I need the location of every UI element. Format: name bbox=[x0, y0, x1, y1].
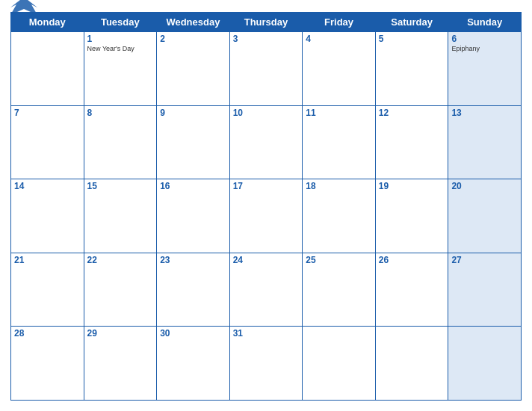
day-number: 13 bbox=[451, 108, 518, 118]
calendar-table: MondayTuesdayWednesdayThursdayFridaySatu… bbox=[10, 12, 522, 401]
calendar-cell: 7 bbox=[11, 105, 84, 179]
holiday-name: Epiphany bbox=[451, 45, 518, 52]
calendar-cell: 12 bbox=[375, 105, 448, 179]
calendar-cell: 5 bbox=[375, 32, 448, 106]
weekday-header-saturday: Saturday bbox=[375, 13, 448, 32]
weekday-header-row: MondayTuesdayWednesdayThursdayFridaySatu… bbox=[11, 13, 522, 32]
day-number: 31 bbox=[233, 328, 300, 339]
calendar-cell: 23 bbox=[157, 253, 230, 327]
week-row-4: 21222324252627 bbox=[11, 253, 522, 327]
day-number: 30 bbox=[160, 328, 226, 339]
calendar-cell: 24 bbox=[229, 253, 303, 327]
calendar-cell: 19 bbox=[375, 179, 448, 253]
day-number: 28 bbox=[14, 328, 81, 339]
day-number: 10 bbox=[233, 108, 300, 118]
day-number: 5 bbox=[379, 34, 445, 44]
calendar-cell: 2 bbox=[157, 32, 230, 106]
calendar-cell: 28 bbox=[11, 327, 84, 401]
svg-marker-0 bbox=[10, 0, 37, 15]
week-row-1: 1New Year's Day23456Epiphany bbox=[11, 32, 522, 106]
day-number: 12 bbox=[379, 108, 445, 118]
weekday-header-sunday: Sunday bbox=[448, 13, 522, 32]
calendar-cell: 30 bbox=[157, 327, 230, 401]
calendar-cell bbox=[375, 327, 448, 401]
calendar-cell: 13 bbox=[448, 105, 522, 179]
day-number: 15 bbox=[87, 181, 154, 191]
calendar-cell: 4 bbox=[303, 32, 376, 106]
calendar-cell: 26 bbox=[375, 253, 448, 327]
day-number: 9 bbox=[160, 108, 226, 118]
week-row-5: 28293031 bbox=[11, 327, 522, 401]
calendar-cell: 17 bbox=[229, 179, 303, 253]
day-number: 2 bbox=[160, 34, 226, 44]
logo-icon bbox=[10, 0, 37, 21]
day-number: 6 bbox=[451, 34, 518, 44]
day-number: 19 bbox=[379, 181, 445, 191]
calendar-cell bbox=[448, 327, 522, 401]
calendar-cell: 27 bbox=[448, 253, 522, 327]
calendar-cell: 18 bbox=[303, 179, 376, 253]
day-number: 23 bbox=[160, 255, 226, 265]
calendar-cell: 6Epiphany bbox=[448, 32, 522, 106]
calendar-cell: 31 bbox=[229, 327, 303, 401]
weekday-header-thursday: Thursday bbox=[229, 13, 303, 32]
day-number: 16 bbox=[160, 181, 226, 191]
day-number: 7 bbox=[14, 108, 81, 118]
day-number: 22 bbox=[87, 255, 154, 265]
day-number: 11 bbox=[306, 108, 372, 118]
day-number: 24 bbox=[233, 255, 300, 265]
logo bbox=[10, 0, 39, 21]
holiday-name: New Year's Day bbox=[87, 45, 154, 52]
calendar-cell: 16 bbox=[157, 179, 230, 253]
week-row-3: 14151617181920 bbox=[11, 179, 522, 253]
calendar-cell: 29 bbox=[84, 327, 157, 401]
calendar-cell: 3 bbox=[229, 32, 303, 106]
day-number: 14 bbox=[14, 181, 81, 191]
day-number: 29 bbox=[87, 328, 154, 339]
calendar-cell: 8 bbox=[84, 105, 157, 179]
day-number: 3 bbox=[233, 34, 300, 44]
day-number: 27 bbox=[451, 255, 518, 265]
calendar-cell: 1New Year's Day bbox=[84, 32, 157, 106]
weekday-header-tuesday: Tuesday bbox=[84, 13, 157, 32]
calendar-cell: 10 bbox=[229, 105, 303, 179]
day-number: 18 bbox=[306, 181, 372, 191]
calendar-cell bbox=[11, 32, 84, 106]
day-number: 8 bbox=[87, 108, 154, 118]
calendar-cell: 21 bbox=[11, 253, 84, 327]
weekday-header-wednesday: Wednesday bbox=[157, 13, 230, 32]
day-number: 26 bbox=[379, 255, 445, 265]
calendar-cell: 25 bbox=[303, 253, 376, 327]
calendar-wrapper: MondayTuesdayWednesdayThursdayFridaySatu… bbox=[0, 0, 532, 411]
day-number: 4 bbox=[306, 34, 372, 44]
calendar-cell: 9 bbox=[157, 105, 230, 179]
calendar-cell: 15 bbox=[84, 179, 157, 253]
calendar-cell bbox=[303, 327, 376, 401]
day-number: 1 bbox=[87, 34, 154, 44]
calendar-cell: 14 bbox=[11, 179, 84, 253]
calendar-cell: 11 bbox=[303, 105, 376, 179]
day-number: 21 bbox=[14, 255, 81, 265]
weekday-header-friday: Friday bbox=[303, 13, 376, 32]
week-row-2: 78910111213 bbox=[11, 105, 522, 179]
day-number: 20 bbox=[451, 181, 518, 191]
calendar-cell: 22 bbox=[84, 253, 157, 327]
day-number: 17 bbox=[233, 181, 300, 191]
calendar-cell: 20 bbox=[448, 179, 522, 253]
day-number: 25 bbox=[306, 255, 372, 265]
